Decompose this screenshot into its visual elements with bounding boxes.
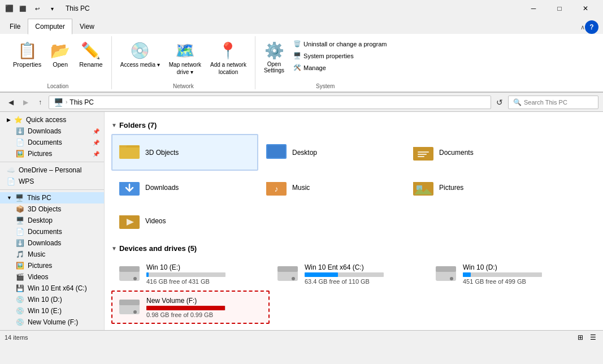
desktop-icon: 🖥️ [16, 216, 24, 224]
chevron-right-icon: ▶ [7, 117, 11, 123]
svg-point-25 [450, 277, 453, 280]
system-properties-button[interactable]: 🖥️ System properties [289, 50, 391, 61]
uninstall-button[interactable]: 🗑️ Uninstall or change a program [289, 38, 391, 49]
help-button[interactable]: ? [585, 20, 598, 34]
system-buttons: ⚙️ OpenSettings 🗑️ Uninstall or change a… [260, 36, 391, 81]
folder-desktop[interactable]: Desktop [258, 134, 405, 171]
win10d-drive-icon [435, 263, 457, 285]
win10e-label: Win 10 (E:) [28, 307, 99, 315]
drive-win10d[interactable]: Win 10 (D:) 451 GB free of 499 GB [428, 257, 586, 291]
maximize-button[interactable]: □ [546, 0, 572, 17]
sidebar-item-downloads-qa[interactable]: ⬇️ Downloads 📌 [0, 125, 104, 137]
access-media-button[interactable]: 💿 Access media ▾ [116, 38, 164, 71]
back-button[interactable]: ◀ [5, 96, 17, 109]
svg-text:♪: ♪ [275, 184, 279, 193]
tab-view[interactable]: View [72, 18, 102, 34]
sidebar-item-3d-objects[interactable]: 📦 3D Objects [0, 203, 104, 215]
network-buttons: 💿 Access media ▾ 🗺️ Map networkdrive ▾ 📍 [116, 36, 250, 81]
search-box[interactable]: 🔍 [508, 96, 598, 109]
folders-section-header[interactable]: ▼ Folders (7) [111, 121, 596, 129]
large-icons-view-button[interactable]: ⊞ [575, 332, 586, 343]
svg-rect-27 [119, 300, 140, 305]
downloads-icon: ⬇️ [16, 239, 24, 247]
onedrive-icon: ☁️ [7, 166, 15, 174]
sidebar-item-quick-access[interactable]: ▶ ⭐ Quick access [0, 114, 104, 125]
win10e-drive-bar [146, 272, 225, 277]
qat-btn-3[interactable]: ▾ [46, 3, 58, 14]
sidebar-item-wps[interactable]: 📄 WPS [0, 176, 104, 187]
open-settings-button[interactable]: ⚙️ OpenSettings [260, 38, 288, 76]
sidebar-item-documents-qa[interactable]: 📄 Documents 📌 [0, 137, 104, 148]
sidebar-item-win10c[interactable]: 💾 Win 10 Ent x64 (C:) [0, 283, 104, 294]
up-button[interactable]: ↑ [34, 96, 46, 109]
folder-documents[interactable]: Documents [405, 134, 552, 171]
win10c-drive-icon [276, 263, 299, 285]
search-input[interactable] [524, 99, 602, 106]
close-button[interactable]: ✕ [572, 0, 598, 17]
documents-qa-icon: 📄 [16, 138, 24, 146]
win10e-bar-fill [146, 272, 149, 277]
sidebar-item-win10e[interactable]: 💿 Win 10 (E:) [0, 305, 104, 317]
sidebar-item-desktop[interactable]: 🖥️ Desktop [0, 215, 104, 226]
3d-objects-folder-icon [118, 140, 141, 165]
drives-section-header[interactable]: ▼ Devices and drives (5) [111, 244, 596, 253]
properties-button[interactable]: 📋 Properties [9, 38, 45, 71]
win10c-icon: 💾 [16, 284, 24, 292]
downloads-qa-label: Downloads [28, 127, 89, 135]
breadcrumb-folder-icon: 🖥️ [54, 98, 63, 107]
tab-computer[interactable]: Computer [28, 19, 72, 34]
folder-3d-objects[interactable]: 3D Objects [111, 134, 258, 171]
sidebar-item-win10d[interactable]: 💿 Win 10 (D:) [0, 294, 104, 305]
system-group-label: System [316, 83, 335, 89]
refresh-button[interactable]: ↺ [493, 96, 506, 109]
breadcrumb-this-pc[interactable]: This PC [70, 98, 94, 106]
chevron-down-icon: ▼ [7, 195, 12, 201]
minimize-button[interactable]: ─ [520, 0, 546, 17]
qat-btn-2[interactable]: ↩ [32, 3, 43, 14]
sidebar-item-music[interactable]: 🎵 Music [0, 249, 104, 260]
sidebar-item-this-pc[interactable]: ▼ 🖥️ This PC [0, 192, 104, 203]
win10d-label: Win 10 (D:) [28, 296, 99, 304]
address-box[interactable]: 🖥️ › This PC [49, 96, 491, 109]
add-network-location-button[interactable]: 📍 Add a networklocation [206, 38, 250, 79]
drive-new-volume-f[interactable]: New Volume (F:) 0.98 GB free of 0.99 GB [111, 291, 270, 324]
sidebar-item-pictures[interactable]: 🖼️ Pictures [0, 260, 104, 271]
drive-win10c[interactable]: Win 10 Ent x64 (C:) 63.4 GB free of 110 … [270, 257, 428, 291]
forward-button[interactable]: ▶ [19, 96, 32, 109]
item-count: 14 items [5, 334, 28, 341]
network-group-label: Network [173, 83, 194, 89]
sidebar-item-downloads[interactable]: ⬇️ Downloads [0, 237, 104, 249]
qat-btn-1[interactable]: ⬛ [17, 3, 28, 14]
3d-objects-icon: 📦 [16, 205, 24, 213]
sidebar-item-documents[interactable]: 📄 Documents [0, 226, 104, 237]
ribbon-group-location: 📋 Properties 📂 Open ✏️ Rename Location [5, 36, 112, 89]
sidebar-item-new-volume-f[interactable]: 💿 New Volume (F:) [0, 317, 104, 328]
ribbon-group-system: ⚙️ OpenSettings 🗑️ Uninstall or change a… [255, 36, 396, 89]
new-volume-f-drive-name: New Volume (F:) [146, 297, 225, 305]
tab-file[interactable]: File [2, 18, 28, 34]
map-network-drive-button[interactable]: 🗺️ Map networkdrive ▾ [165, 38, 205, 79]
folder-downloads[interactable]: Downloads [111, 171, 258, 204]
quick-access-icon: ⭐ [14, 116, 23, 124]
drive-win10e[interactable]: Win 10 (E:) 416 GB free of 431 GB [111, 257, 270, 291]
folder-videos[interactable]: Videos [111, 204, 258, 237]
view-controls: ⊞ ☰ [575, 332, 598, 343]
ribbon-collapse-btn[interactable]: ∧ [580, 24, 585, 31]
desktop-folder-icon [265, 140, 288, 165]
svg-rect-24 [436, 266, 456, 272]
svg-rect-21 [277, 266, 298, 272]
sidebar-item-pictures-qa[interactable]: 🖼️ Pictures 📌 [0, 148, 104, 159]
details-view-button[interactable]: ☰ [587, 332, 598, 343]
open-button[interactable]: 📂 Open [46, 38, 74, 71]
sidebar-item-onedrive[interactable]: ☁️ OneDrive – Personal [0, 164, 104, 176]
ribbon: File Computer View ∧ ? 📋 Properties 📂 Op… [0, 17, 603, 93]
folder-music[interactable]: ♪ Music [258, 171, 405, 204]
rename-button[interactable]: ✏️ Rename [75, 38, 107, 71]
music-folder-name: Music [292, 184, 310, 192]
folder-pictures[interactable]: Pictures [405, 171, 552, 204]
manage-icon: 🛠️ [293, 64, 301, 71]
settings-icon: ⚙️ [264, 41, 284, 60]
sidebar-item-videos[interactable]: 🎬 Videos [0, 271, 104, 283]
manage-button[interactable]: 🛠️ Manage [289, 62, 391, 73]
sidebar: ▶ ⭐ Quick access ⬇️ Downloads 📌 📄 Docume… [0, 112, 105, 330]
